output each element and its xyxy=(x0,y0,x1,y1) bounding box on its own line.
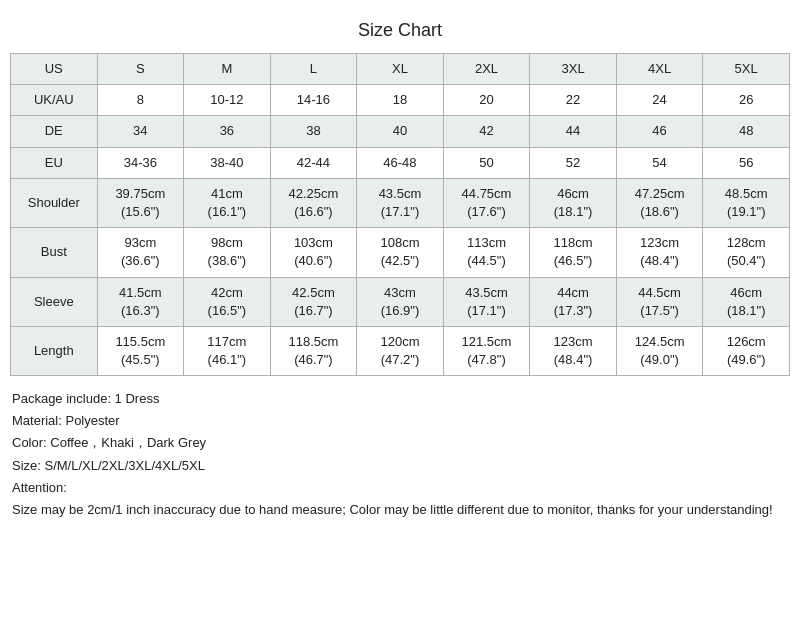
chart-title: Size Chart xyxy=(10,10,790,53)
col-header-size: M xyxy=(184,54,271,85)
table-cell: 44 xyxy=(530,116,617,147)
footer-line: Color: Coffee，Khaki，Dark Grey xyxy=(12,432,788,454)
row-label: UK/AU xyxy=(11,85,98,116)
table-cell: 42 xyxy=(443,116,530,147)
table-cell: 42.5cm(16.7") xyxy=(270,277,357,326)
row-label: EU xyxy=(11,147,98,178)
table-cell: 42-44 xyxy=(270,147,357,178)
table-cell: 20 xyxy=(443,85,530,116)
table-cell: 126cm(49.6") xyxy=(703,326,790,375)
table-cell: 117cm(46.1") xyxy=(184,326,271,375)
table-cell: 42cm(16.5") xyxy=(184,277,271,326)
col-header-size: L xyxy=(270,54,357,85)
table-cell: 46cm(18.1") xyxy=(703,277,790,326)
table-cell: 50 xyxy=(443,147,530,178)
table-cell: 10-12 xyxy=(184,85,271,116)
table-cell: 98cm(38.6") xyxy=(184,228,271,277)
table-cell: 48 xyxy=(703,116,790,147)
footer-line: Size may be 2cm/1 inch inaccuracy due to… xyxy=(12,499,788,521)
table-cell: 46 xyxy=(616,116,703,147)
table-cell: 41.5cm(16.3") xyxy=(97,277,184,326)
table-cell: 40 xyxy=(357,116,444,147)
table-cell: 34-36 xyxy=(97,147,184,178)
table-cell: 115.5cm(45.5") xyxy=(97,326,184,375)
table-cell: 38 xyxy=(270,116,357,147)
table-cell: 118.5cm(46.7") xyxy=(270,326,357,375)
main-container: Size Chart USSMLXL2XL3XL4XL5XLUK/AU810-1… xyxy=(0,0,800,535)
table-cell: 103cm(40.6") xyxy=(270,228,357,277)
row-label: Sleeve xyxy=(11,277,98,326)
table-cell: 39.75cm(15.6") xyxy=(97,178,184,227)
col-header-size: 4XL xyxy=(616,54,703,85)
table-cell: 22 xyxy=(530,85,617,116)
size-chart-table: USSMLXL2XL3XL4XL5XLUK/AU810-1214-1618202… xyxy=(10,53,790,376)
table-cell: 56 xyxy=(703,147,790,178)
table-cell: 108cm(42.5") xyxy=(357,228,444,277)
table-cell: 38-40 xyxy=(184,147,271,178)
table-cell: 46cm(18.1") xyxy=(530,178,617,227)
table-cell: 47.25cm(18.6") xyxy=(616,178,703,227)
table-cell: 44.5cm(17.5") xyxy=(616,277,703,326)
table-cell: 54 xyxy=(616,147,703,178)
table-cell: 120cm(47.2") xyxy=(357,326,444,375)
col-header-label: US xyxy=(11,54,98,85)
table-cell: 36 xyxy=(184,116,271,147)
table-cell: 43.5cm(17.1") xyxy=(443,277,530,326)
table-cell: 113cm(44.5") xyxy=(443,228,530,277)
table-cell: 8 xyxy=(97,85,184,116)
col-header-size: 2XL xyxy=(443,54,530,85)
footer-line: Package include: 1 Dress xyxy=(12,388,788,410)
table-cell: 121.5cm(47.8") xyxy=(443,326,530,375)
table-cell: 93cm(36.6") xyxy=(97,228,184,277)
table-cell: 42.25cm(16.6") xyxy=(270,178,357,227)
table-cell: 24 xyxy=(616,85,703,116)
row-label: Shoulder xyxy=(11,178,98,227)
table-cell: 124.5cm(49.0") xyxy=(616,326,703,375)
table-cell: 128cm(50.4") xyxy=(703,228,790,277)
table-cell: 52 xyxy=(530,147,617,178)
table-cell: 118cm(46.5") xyxy=(530,228,617,277)
table-cell: 123cm(48.4") xyxy=(616,228,703,277)
footer-line: Material: Polyester xyxy=(12,410,788,432)
table-cell: 18 xyxy=(357,85,444,116)
table-cell: 123cm(48.4") xyxy=(530,326,617,375)
table-cell: 44.75cm(17.6") xyxy=(443,178,530,227)
col-header-size: 3XL xyxy=(530,54,617,85)
table-cell: 43cm(16.9") xyxy=(357,277,444,326)
table-cell: 48.5cm(19.1") xyxy=(703,178,790,227)
table-cell: 44cm(17.3") xyxy=(530,277,617,326)
footer-line: Attention: xyxy=(12,477,788,499)
row-label: Bust xyxy=(11,228,98,277)
col-header-size: S xyxy=(97,54,184,85)
table-cell: 41cm(16.1") xyxy=(184,178,271,227)
table-cell: 43.5cm(17.1") xyxy=(357,178,444,227)
col-header-size: 5XL xyxy=(703,54,790,85)
table-cell: 46-48 xyxy=(357,147,444,178)
footer-text: Package include: 1 DressMaterial: Polyes… xyxy=(10,384,790,525)
table-cell: 34 xyxy=(97,116,184,147)
row-label: DE xyxy=(11,116,98,147)
col-header-size: XL xyxy=(357,54,444,85)
table-cell: 14-16 xyxy=(270,85,357,116)
row-label: Length xyxy=(11,326,98,375)
table-cell: 26 xyxy=(703,85,790,116)
footer-line: Size: S/M/L/XL/2XL/3XL/4XL/5XL xyxy=(12,455,788,477)
